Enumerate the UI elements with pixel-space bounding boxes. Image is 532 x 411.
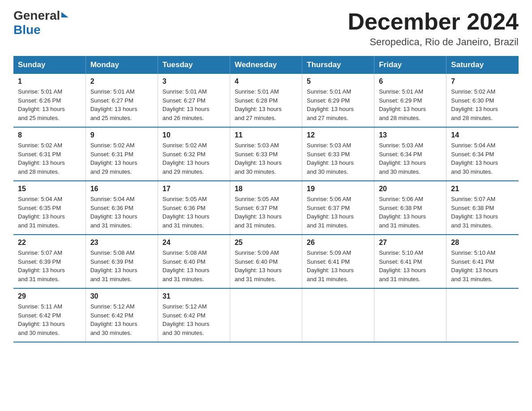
logo-general-text: General [13,9,69,23]
logo-blue-text: Blue [13,23,41,37]
logo: General Blue [13,9,69,37]
day-number: 19 [307,185,369,193]
day-cell: 30 Sunrise: 5:12 AM Sunset: 6:42 PM Dayl… [86,288,158,342]
day-number: 21 [451,185,514,193]
day-cell: 27 Sunrise: 5:10 AM Sunset: 6:41 PM Dayl… [374,235,446,288]
calendar-table: SundayMondayTuesdayWednesdayThursdayFrid… [13,56,519,342]
day-cell: 10 Sunrise: 5:02 AM Sunset: 6:32 PM Dayl… [158,127,230,181]
day-cell [302,288,374,342]
day-cell: 28 Sunrise: 5:10 AM Sunset: 6:41 PM Dayl… [446,235,519,288]
location-subtitle: Seropedica, Rio de Janeiro, Brazil [348,36,519,48]
day-cell: 20 Sunrise: 5:06 AM Sunset: 6:38 PM Dayl… [374,181,446,235]
day-cell [230,288,302,342]
day-info: Sunrise: 5:06 AM Sunset: 6:38 PM Dayligh… [379,195,442,230]
week-row-3: 15 Sunrise: 5:04 AM Sunset: 6:35 PM Dayl… [13,181,519,235]
day-number: 14 [451,131,514,139]
day-info: Sunrise: 5:06 AM Sunset: 6:37 PM Dayligh… [307,195,369,230]
day-info: Sunrise: 5:01 AM Sunset: 6:27 PM Dayligh… [90,87,153,122]
day-cell: 11 Sunrise: 5:03 AM Sunset: 6:33 PM Dayl… [230,127,302,181]
day-number: 6 [379,77,442,86]
header-wednesday: Wednesday [230,56,302,74]
day-info: Sunrise: 5:10 AM Sunset: 6:41 PM Dayligh… [451,248,514,283]
day-number: 12 [307,131,369,139]
day-info: Sunrise: 5:02 AM Sunset: 6:31 PM Dayligh… [90,141,153,176]
day-cell: 23 Sunrise: 5:08 AM Sunset: 6:39 PM Dayl… [86,235,158,288]
day-info: Sunrise: 5:10 AM Sunset: 6:41 PM Dayligh… [379,248,442,283]
day-cell [446,288,519,342]
day-cell: 21 Sunrise: 5:07 AM Sunset: 6:38 PM Dayl… [446,181,519,235]
day-cell: 15 Sunrise: 5:04 AM Sunset: 6:35 PM Dayl… [13,181,86,235]
day-number: 1 [18,77,81,86]
day-info: Sunrise: 5:03 AM Sunset: 6:33 PM Dayligh… [235,141,297,176]
day-info: Sunrise: 5:09 AM Sunset: 6:40 PM Dayligh… [235,248,297,283]
day-cell: 9 Sunrise: 5:02 AM Sunset: 6:31 PM Dayli… [86,127,158,181]
day-number: 30 [90,292,153,300]
day-number: 23 [90,239,153,247]
day-cell: 1 Sunrise: 5:01 AM Sunset: 6:26 PM Dayli… [13,74,86,127]
day-cell: 3 Sunrise: 5:01 AM Sunset: 6:27 PM Dayli… [158,74,230,127]
day-number: 29 [18,292,81,300]
week-row-2: 8 Sunrise: 5:02 AM Sunset: 6:31 PM Dayli… [13,127,519,181]
header-saturday: Saturday [446,56,519,74]
page-header: General Blue December 2024 Seropedica, R… [13,9,519,48]
day-number: 15 [18,185,81,193]
day-cell: 19 Sunrise: 5:06 AM Sunset: 6:37 PM Dayl… [302,181,374,235]
week-row-1: 1 Sunrise: 5:01 AM Sunset: 6:26 PM Dayli… [13,74,519,127]
header-monday: Monday [86,56,158,74]
day-cell: 13 Sunrise: 5:03 AM Sunset: 6:34 PM Dayl… [374,127,446,181]
day-cell: 14 Sunrise: 5:04 AM Sunset: 6:34 PM Dayl… [446,127,519,181]
week-row-4: 22 Sunrise: 5:07 AM Sunset: 6:39 PM Dayl… [13,235,519,288]
day-info: Sunrise: 5:11 AM Sunset: 6:42 PM Dayligh… [18,302,81,337]
day-number: 25 [235,239,297,247]
day-info: Sunrise: 5:02 AM Sunset: 6:31 PM Dayligh… [18,141,81,176]
day-cell: 29 Sunrise: 5:11 AM Sunset: 6:42 PM Dayl… [13,288,86,342]
day-cell: 22 Sunrise: 5:07 AM Sunset: 6:39 PM Dayl… [13,235,86,288]
day-number: 26 [307,239,369,247]
day-number: 10 [163,131,225,139]
header-sunday: Sunday [13,56,86,74]
day-number: 17 [163,185,225,193]
day-number: 8 [18,131,81,139]
day-number: 31 [163,292,225,300]
day-info: Sunrise: 5:01 AM Sunset: 6:29 PM Dayligh… [379,87,442,122]
day-cell: 5 Sunrise: 5:01 AM Sunset: 6:29 PM Dayli… [302,74,374,127]
header-thursday: Thursday [302,56,374,74]
day-info: Sunrise: 5:02 AM Sunset: 6:32 PM Dayligh… [163,141,225,176]
day-info: Sunrise: 5:12 AM Sunset: 6:42 PM Dayligh… [163,302,225,337]
day-number: 22 [18,239,81,247]
day-number: 13 [379,131,442,139]
day-cell: 17 Sunrise: 5:05 AM Sunset: 6:36 PM Dayl… [158,181,230,235]
day-cell: 16 Sunrise: 5:04 AM Sunset: 6:36 PM Dayl… [86,181,158,235]
day-info: Sunrise: 5:08 AM Sunset: 6:39 PM Dayligh… [90,248,153,283]
day-cell: 12 Sunrise: 5:03 AM Sunset: 6:33 PM Dayl… [302,127,374,181]
day-info: Sunrise: 5:01 AM Sunset: 6:28 PM Dayligh… [235,87,297,122]
day-number: 3 [163,77,225,86]
title-block: December 2024 Seropedica, Rio de Janeiro… [348,9,519,48]
day-info: Sunrise: 5:02 AM Sunset: 6:30 PM Dayligh… [451,87,514,122]
logo-triangle-icon [61,12,69,17]
header-row: SundayMondayTuesdayWednesdayThursdayFrid… [13,56,519,74]
day-number: 24 [163,239,225,247]
day-cell: 18 Sunrise: 5:05 AM Sunset: 6:37 PM Dayl… [230,181,302,235]
week-row-5: 29 Sunrise: 5:11 AM Sunset: 6:42 PM Dayl… [13,288,519,342]
calendar-header: SundayMondayTuesdayWednesdayThursdayFrid… [13,56,519,74]
day-info: Sunrise: 5:09 AM Sunset: 6:41 PM Dayligh… [307,248,369,283]
day-info: Sunrise: 5:01 AM Sunset: 6:29 PM Dayligh… [307,87,369,122]
day-number: 28 [451,239,514,247]
day-number: 27 [379,239,442,247]
day-info: Sunrise: 5:08 AM Sunset: 6:40 PM Dayligh… [163,248,225,283]
day-number: 20 [379,185,442,193]
day-cell: 6 Sunrise: 5:01 AM Sunset: 6:29 PM Dayli… [374,74,446,127]
day-info: Sunrise: 5:04 AM Sunset: 6:34 PM Dayligh… [451,141,514,176]
day-info: Sunrise: 5:04 AM Sunset: 6:35 PM Dayligh… [18,195,81,230]
day-number: 16 [90,185,153,193]
header-tuesday: Tuesday [158,56,230,74]
day-number: 5 [307,77,369,86]
day-info: Sunrise: 5:07 AM Sunset: 6:38 PM Dayligh… [451,195,514,230]
day-info: Sunrise: 5:03 AM Sunset: 6:34 PM Dayligh… [379,141,442,176]
day-info: Sunrise: 5:07 AM Sunset: 6:39 PM Dayligh… [18,248,81,283]
day-info: Sunrise: 5:01 AM Sunset: 6:26 PM Dayligh… [18,87,81,122]
day-info: Sunrise: 5:04 AM Sunset: 6:36 PM Dayligh… [90,195,153,230]
day-cell: 31 Sunrise: 5:12 AM Sunset: 6:42 PM Dayl… [158,288,230,342]
day-cell: 8 Sunrise: 5:02 AM Sunset: 6:31 PM Dayli… [13,127,86,181]
